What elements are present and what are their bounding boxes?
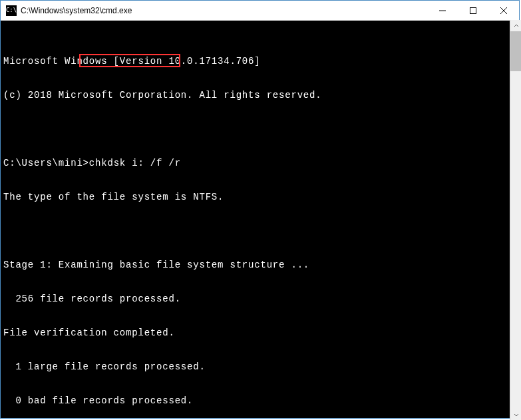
chevron-up-icon xyxy=(514,23,519,29)
cmd-icon: C:\ xyxy=(6,5,17,16)
output-line: The type of the file system is NTFS. xyxy=(3,192,516,203)
close-icon xyxy=(500,7,507,14)
cmd-icon-glyph: C:\ xyxy=(6,7,17,13)
titlebar[interactable]: C:\ C:\Windows\system32\cmd.exe xyxy=(1,1,519,21)
maximize-icon xyxy=(470,7,476,14)
prompt-line: C:\Users\mini>chkdsk i: /f /r xyxy=(3,158,516,169)
window-title: C:\Windows\system32\cmd.exe xyxy=(21,6,427,15)
chevron-down-icon xyxy=(514,412,519,417)
output-line: Microsoft Windows [Version 10.0.17134.70… xyxy=(3,56,516,67)
output-line xyxy=(3,124,516,135)
output-line: (c) 2018 Microsoft Corporation. All righ… xyxy=(3,90,516,101)
output-line: 0 bad file records processed. xyxy=(3,395,516,407)
typed-command: chkdsk i: /f /r xyxy=(89,158,181,168)
window-controls xyxy=(427,1,519,20)
output-line xyxy=(3,226,516,237)
output-line: File verification completed. xyxy=(3,327,516,339)
scrollbar-thumb[interactable] xyxy=(510,31,521,71)
svg-rect-1 xyxy=(470,8,476,14)
vertical-scrollbar[interactable] xyxy=(510,20,521,420)
scrollbar-up-button[interactable] xyxy=(510,20,521,31)
maximize-button[interactable] xyxy=(458,1,488,21)
scrollbar-down-button[interactable] xyxy=(510,409,521,420)
output-line: 256 file records processed. xyxy=(3,294,516,305)
minimize-button[interactable] xyxy=(427,1,458,21)
prompt-path: C:\Users\mini> xyxy=(3,158,89,168)
output-line: 1 large file records processed. xyxy=(3,361,516,373)
output-line: Stage 1: Examining basic file system str… xyxy=(3,260,516,271)
terminal-area[interactable]: Microsoft Windows [Version 10.0.17134.70… xyxy=(1,21,519,418)
cmd-window: C:\ C:\Windows\system32\cmd.exe Microsof… xyxy=(0,0,520,419)
minimize-icon xyxy=(439,7,446,14)
close-button[interactable] xyxy=(488,1,519,21)
